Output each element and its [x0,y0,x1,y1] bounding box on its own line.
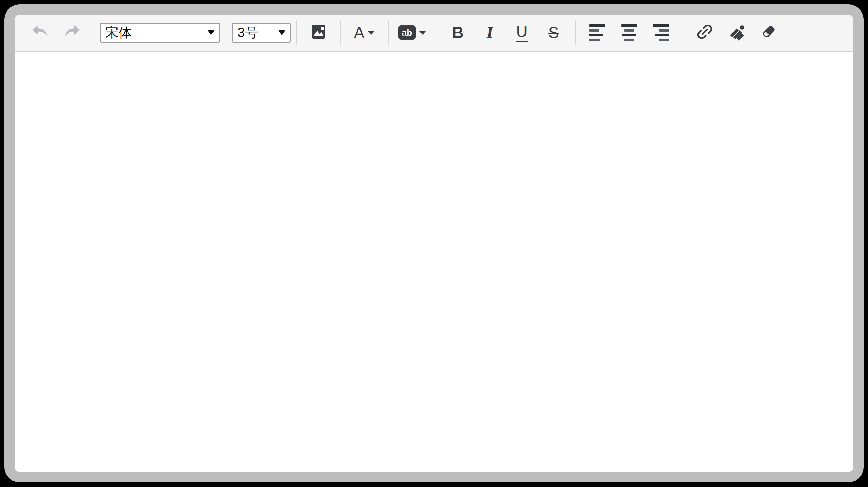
editor-toolbar: 宋体 3号 A [15,15,853,52]
insert-image-button[interactable] [303,18,335,47]
italic-button[interactable]: I [474,18,506,47]
redo-button[interactable] [56,18,88,47]
toolbar-divider [388,20,389,45]
align-left-icon [589,24,605,41]
toolbar-divider [226,20,226,45]
undo-button[interactable] [24,18,56,47]
font-color-icon: A [354,25,364,40]
rich-text-editor-window: 宋体 3号 A [4,4,864,482]
strikethrough-button[interactable]: S [538,18,570,47]
bold-button[interactable]: B [442,18,474,47]
toolbar-divider [340,20,341,45]
redo-icon [63,24,81,41]
font-size-value: 3号 [237,24,274,42]
toolbar-divider [94,20,94,45]
underline-icon: U [516,24,527,42]
align-right-button[interactable] [645,18,677,47]
brush-icon [728,23,745,42]
undo-icon [31,24,49,41]
strikethrough-icon: S [548,25,559,41]
editor-content[interactable] [15,52,853,472]
link-icon [696,23,713,42]
dropdown-caret-icon [368,31,375,35]
clear-format-button[interactable] [753,18,784,47]
dropdown-caret-icon [208,30,215,35]
highlight-icon: ab [398,25,416,40]
toolbar-divider [296,20,297,45]
insert-link-button[interactable] [689,18,721,47]
underline-button[interactable]: U [506,18,538,47]
bold-icon: B [452,25,463,41]
dropdown-caret-icon [419,31,426,35]
toolbar-divider [683,20,683,45]
highlight-color-button[interactable]: ab [394,18,430,47]
eraser-icon [760,23,777,42]
dropdown-caret-icon [278,30,285,35]
align-left-button[interactable] [581,18,613,47]
font-size-select[interactable]: 3号 [232,23,291,43]
toolbar-divider [436,20,436,45]
align-right-icon [653,24,669,41]
font-color-button[interactable]: A [346,18,382,47]
align-center-icon [621,24,637,41]
font-family-value: 宋体 [105,24,203,42]
format-brush-button[interactable] [721,18,753,47]
image-icon [310,24,327,42]
toolbar-divider [575,20,576,45]
font-family-select[interactable]: 宋体 [100,23,220,43]
align-center-button[interactable] [613,18,645,47]
italic-icon: I [487,25,493,41]
